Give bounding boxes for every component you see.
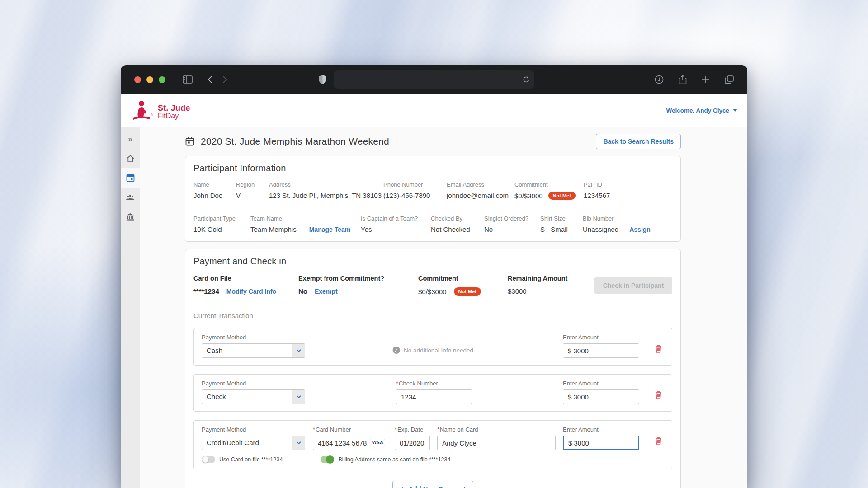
payment-row-check: Payment Method Check *Check Number [193, 374, 672, 412]
toggle-on-switch[interactable] [321, 456, 334, 463]
check-circle-icon: ✓ [392, 347, 400, 354]
close-window-button[interactable] [134, 76, 141, 83]
enter-amount-group: Enter Amount [563, 334, 639, 358]
forward-icon[interactable] [222, 75, 228, 84]
check-in-participant-button[interactable]: Check in Participant [594, 277, 672, 294]
double-chevron-icon: » [128, 135, 132, 144]
enter-amount-group: Enter Amount [563, 426, 639, 450]
event-calendar-icon [185, 136, 195, 146]
select-chevron-icon [292, 436, 305, 450]
delete-payment-icon[interactable] [655, 345, 662, 355]
use-card-on-file-toggle[interactable]: Use Card on file ****1234 [202, 456, 283, 463]
billing-address-toggle[interactable]: Billing Address same as card on file ***… [321, 456, 450, 463]
downloads-icon[interactable] [655, 75, 664, 84]
delete-payment-icon[interactable] [655, 437, 662, 447]
new-tab-icon[interactable] [702, 75, 710, 84]
participant-divider [185, 207, 680, 207]
back-icon[interactable] [207, 75, 212, 84]
field-participant-type: Participant Type 10K Gold [193, 215, 250, 233]
calendar-icon [126, 174, 135, 182]
app-body: » [121, 127, 747, 488]
current-transaction-label: Current Transaction [193, 312, 672, 319]
exempt-group: Exempt from Commitment? No Exempt [298, 275, 384, 295]
participant-info-title: Participant Information [193, 163, 672, 174]
bank-icon [126, 213, 134, 221]
zoom-window-button[interactable] [159, 76, 165, 83]
exp-date-group: *Exp. Date [395, 426, 430, 450]
check-number-input[interactable] [396, 389, 472, 404]
exp-date-input[interactable] [395, 436, 430, 450]
remaining-amount-group: Remaining Amount $3000 [508, 275, 567, 295]
card-number-group: *Card Number VISA [313, 426, 387, 450]
plus-icon: + [400, 485, 405, 488]
name-on-card-input[interactable] [437, 436, 556, 450]
amount-input-card[interactable] [563, 436, 639, 450]
field-singlet-ordered: Singlet Ordered? No [484, 215, 540, 233]
not-met-badge: Not Met [548, 192, 576, 200]
back-to-search-button[interactable]: Back to Search Results [596, 134, 681, 149]
field-email: Email Address johndoe@email.com [447, 181, 514, 200]
add-payment-row: + Add New Payment [193, 481, 672, 488]
logo-text-fitday: FitDay [158, 113, 190, 120]
no-info-needed: ✓ No additional Info needed [392, 347, 473, 354]
browser-window: ® St. Jude FitDay Welcome, Andy Clyce » [121, 65, 747, 488]
participant-fields-row-1: Name John Doe Region V Address 123 St. J… [193, 181, 672, 200]
reload-icon[interactable] [523, 76, 530, 83]
sidebar-toggle-icon[interactable] [183, 75, 193, 84]
people-icon [126, 194, 135, 201]
sidebar-item-finance[interactable] [121, 207, 140, 226]
payment-method-group: Payment Method Cash [202, 334, 305, 358]
visa-logo: VISA [370, 439, 385, 446]
select-chevron-icon [292, 390, 305, 404]
field-commitment: Commitment $0/$3000 Not Met [514, 181, 584, 200]
titlebar-right-icons [655, 65, 734, 94]
payment-checkin-card: Payment and Check in Card on File ****12… [185, 249, 681, 488]
manage-team-link[interactable]: Manage Team [309, 226, 351, 233]
delete-payment-icon[interactable] [655, 391, 662, 401]
enter-amount-group: Enter Amount [563, 380, 639, 404]
field-region: Region V [236, 181, 269, 200]
assign-bib-link[interactable]: Assign [629, 226, 651, 233]
field-bib-number: Bib Number Unassigned Assign [583, 215, 672, 233]
payment-title: Payment and Check in [193, 256, 672, 267]
participant-fields-row-2: Participant Type 10K Gold Team Name Team… [193, 215, 672, 233]
payment-method-group: Payment Method Credit/Debit Card [202, 426, 305, 450]
stjude-fitday-logo: ® St. Jude FitDay [132, 100, 190, 121]
site-header: ® St. Jude FitDay Welcome, Andy Clyce [121, 94, 747, 127]
modify-card-info-link[interactable]: Modify Card Info [226, 288, 276, 295]
welcome-text: Welcome, Andy Clyce [666, 107, 729, 114]
payment-summary-row: Card on File ****1234 Modify Card Info E… [193, 275, 672, 304]
tab-overview-icon[interactable] [725, 75, 734, 84]
field-shirt-size: Shirt Size S - Small [540, 215, 583, 233]
field-address: Address 123 St. Jude Pl., Memphis, TN 38… [269, 181, 383, 200]
not-met-badge: Not Met [454, 287, 481, 296]
privacy-shield-icon[interactable] [319, 75, 326, 84]
address-bar[interactable] [334, 70, 534, 89]
check-number-group: *Check Number [396, 380, 472, 404]
payment-row-card: Payment Method Credit/Debit Card *Card N… [193, 420, 672, 469]
toggle-off-switch[interactable] [202, 456, 215, 463]
amount-input-check[interactable] [563, 389, 639, 404]
field-is-captain: Is Captain of a Team? Yes [361, 215, 431, 233]
minimize-window-button[interactable] [146, 76, 153, 83]
chevron-down-icon [733, 109, 737, 112]
exempt-link[interactable]: Exempt [315, 288, 338, 295]
payment-method-select[interactable]: Credit/Debit Card [202, 436, 305, 450]
field-name: Name John Doe [193, 181, 236, 200]
payment-method-select[interactable]: Check [202, 389, 305, 404]
payment-row-cash: Payment Method Cash ✓ No additional Info… [193, 328, 672, 366]
main-content: 2020 St. Jude Memphis Marathon Weekend B… [140, 127, 747, 488]
logo-text-stjude: St. Jude [158, 104, 190, 112]
amount-input-cash[interactable] [563, 343, 639, 358]
user-menu[interactable]: Welcome, Andy Clyce [666, 107, 737, 114]
sidebar-item-events[interactable] [121, 168, 140, 188]
select-chevron-icon [292, 344, 305, 357]
share-icon[interactable] [679, 75, 687, 84]
payment-method-select[interactable]: Cash [202, 343, 305, 358]
sidebar-item-teams[interactable] [121, 188, 140, 207]
card-on-file-group: Card on File ****1234 Modify Card Info [193, 275, 276, 295]
add-new-payment-button[interactable]: + Add New Payment [392, 481, 473, 488]
sidebar-expand-button[interactable]: » [121, 129, 140, 149]
svg-text:®: ® [151, 113, 153, 117]
sidebar-item-home[interactable] [121, 149, 140, 168]
